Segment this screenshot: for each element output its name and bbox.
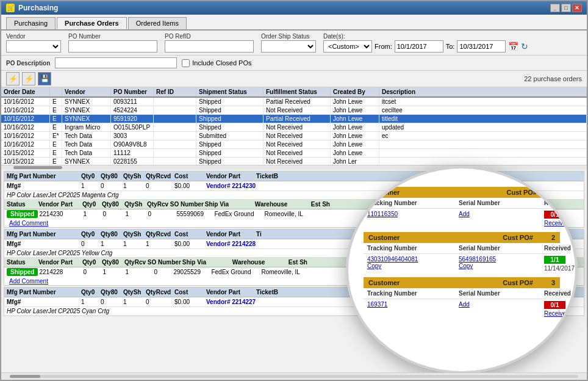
mag-section-2: Customer Cust PO# 2 Tracking Number Seri… <box>364 232 560 274</box>
po-number-field-group: PO Number <box>68 33 157 53</box>
header-po-number: PO Number <box>111 87 154 96</box>
mag-row-2: 430310946404081 Copy 56498169165 Copy 1/… <box>364 254 560 274</box>
dates-label: Date(s): <box>323 33 528 40</box>
dates-group: Date(s): <Custom> From: To: 📅 ↻ <box>323 33 528 53</box>
purchase-count: 22 purchase orders <box>524 75 582 82</box>
mag-section-3: Customer Cust PO# 3 Tracking Number Seri… <box>364 277 560 319</box>
maximize-button[interactable]: □ <box>561 4 571 12</box>
po-number-label: PO Number <box>68 33 157 40</box>
mag-tracking-link-1[interactable]: 110116350 <box>367 211 398 217</box>
to-label: To: <box>446 43 455 50</box>
header-order-date: Order Date <box>1 87 50 96</box>
tab-purchase-orders[interactable]: Purchase Orders <box>57 17 127 29</box>
grid-row[interactable]: 10/15/2012 E Tech Data 11112 Shipped Not… <box>1 149 587 158</box>
mag-serial-link-2[interactable]: 56498169165 <box>459 256 496 263</box>
grid-scroll-thumb[interactable] <box>13 166 62 169</box>
header-created-by: Created By <box>331 87 379 96</box>
include-closed-label: Include Closed POs <box>192 59 251 67</box>
title-bar-left: 🛒 Purchasing <box>6 4 58 12</box>
add-comment-link-1[interactable]: Add Comment <box>7 219 51 228</box>
action-icons: ⚡ ⚡ 💾 <box>6 72 51 85</box>
po-desc-input[interactable] <box>55 57 177 68</box>
bottom-scroll-track <box>10 375 578 378</box>
grid-row[interactable]: 10/16/2012 E Tech Data O90A9V8L8 Shipped… <box>1 140 587 149</box>
bottom-scroll-thumb[interactable] <box>10 375 40 378</box>
mag-received-badge-2: 1/1 <box>544 256 565 264</box>
header-fulfillment-status: Fulfillment Status <box>264 87 331 96</box>
header-vendor: Vendor <box>62 87 111 96</box>
grid-header: Order Date Vendor PO Number Ref ID Shipm… <box>1 87 587 98</box>
date-from-input[interactable] <box>395 40 443 53</box>
po-description-bar: PO Description Include Closed POs <box>1 56 587 71</box>
grid-row[interactable]: 10/15/2012 E SYNNEX 0228155 Shipped Not … <box>1 158 587 165</box>
grid-row[interactable]: 10/16/2012 E Ingram Micro O015L50PLP Shi… <box>1 123 587 132</box>
mag-cust-po-num-2: 2 <box>551 234 555 241</box>
header-e <box>50 87 62 96</box>
header-description: Description <box>379 87 587 96</box>
mag-header-3: Customer Cust PO# 3 <box>364 277 560 288</box>
status-badge-shipped-2: Shipped <box>7 268 38 276</box>
mag-col-headers-3: Tracking Number Serial Number Received <box>364 288 560 299</box>
po-refid-input[interactable] <box>165 40 254 53</box>
include-closed-row: Include Closed POs <box>182 59 251 67</box>
mag-received-badge-3: 0/1 <box>544 301 565 309</box>
mag-serial-copy-2[interactable]: Copy <box>459 263 473 269</box>
po-number-input[interactable] <box>68 40 157 53</box>
close-button[interactable]: ✕ <box>572 4 582 12</box>
date-preset-select[interactable]: <Custom> <box>323 40 372 53</box>
calendar-icon[interactable]: 📅 <box>508 42 518 51</box>
mag-tracking-link-2[interactable]: 430310946404081 <box>367 256 418 263</box>
mag-customer-label-2: Customer <box>368 234 400 241</box>
app-icon: 🛒 <box>6 4 15 12</box>
mag-tracking-header-1: Tracking Number <box>367 200 459 206</box>
mag-cust-po-label-3: Cust PO# <box>503 279 533 286</box>
grid-row[interactable]: 10/16/2012 E SYNNEX 4524224 Shipped Not … <box>1 106 587 115</box>
title-bar: 🛒 Purchasing _ □ ✕ <box>1 1 587 15</box>
mag-add-link-3[interactable]: Add <box>459 301 470 308</box>
mag-cust-po-num-3: 3 <box>551 279 555 286</box>
grid-row[interactable]: 10/16/2012 E* Tech Data 3003 Submitted N… <box>1 132 587 140</box>
mag-tracking-copy-2[interactable]: Copy <box>367 263 381 269</box>
tab-ordered-items[interactable]: Ordered Items <box>128 17 187 29</box>
vendor-select[interactable] <box>6 40 61 53</box>
mag-serial-header-1: Serial Number <box>459 200 544 206</box>
lightning-icon-1[interactable]: ⚡ <box>6 72 20 85</box>
po-refid-label: PO RefID <box>165 33 254 40</box>
vendor-field-group: Vendor <box>6 33 61 53</box>
date-to-input[interactable] <box>457 40 506 53</box>
magnify-inner: Customer Cust PO# Tracking Number Serial… <box>348 169 575 371</box>
grid-row-selected[interactable]: 10/16/2012 E SYNNEX 9591920 Shipped Part… <box>1 115 587 123</box>
lightning-icon-2[interactable]: ⚡ <box>22 72 35 85</box>
tab-purchasing[interactable]: Purchasing <box>6 17 56 29</box>
grid-row[interactable]: 10/16/2012 E SYNNEX 0093211 Shipped Part… <box>1 98 587 106</box>
mag-tracking-link-3[interactable]: 169371 <box>367 301 387 308</box>
magnify-overlay: Customer Cust PO# Tracking Number Serial… <box>346 166 578 374</box>
bottom-scrollbar[interactable] <box>1 372 587 380</box>
title-controls: _ □ ✕ <box>550 4 582 12</box>
mag-received-date-2: 11/14/2017 <box>544 265 575 272</box>
mag-customer-label-3: Customer <box>368 279 400 286</box>
minimize-button[interactable]: _ <box>550 4 560 12</box>
vendor-label: Vendor <box>6 33 61 40</box>
order-ship-status-select[interactable] <box>261 40 316 53</box>
mag-section-1: Customer Cust PO# Tracking Number Serial… <box>364 187 560 228</box>
mag-add-link-1[interactable]: Add <box>459 211 470 217</box>
order-ship-status-group: Order Ship Status <box>261 33 316 53</box>
save-icon[interactable]: 💾 <box>38 72 51 85</box>
status-badge-shipped: Shipped <box>7 210 38 218</box>
action-bar: ⚡ ⚡ 💾 22 purchase orders <box>1 71 587 87</box>
date-range-group: <Custom> From: To: 📅 ↻ <box>323 40 528 53</box>
mag-col-headers-2: Tracking Number Serial Number Received <box>364 243 560 254</box>
refresh-icon[interactable]: ↻ <box>521 42 528 51</box>
add-comment-link-2[interactable]: Add Comment <box>7 277 51 286</box>
main-window: 🛒 Purchasing _ □ ✕ Purchasing Purchase O… <box>0 0 588 381</box>
mag-cust-po-label-1: Cust PO# <box>506 189 537 196</box>
header-ref-id: Ref ID <box>154 87 196 96</box>
po-refid-field-group: PO RefID <box>165 33 254 53</box>
header-shipment-status: Shipment Status <box>196 87 264 96</box>
grid-hscroll[interactable] <box>1 165 587 170</box>
include-closed-checkbox[interactable] <box>182 59 190 67</box>
mag-serial-header-3: Serial Number <box>459 290 544 297</box>
mag-serial-header-2: Serial Number <box>459 245 544 252</box>
grid-body: 10/16/2012 E SYNNEX 0093211 Shipped Part… <box>1 98 587 165</box>
